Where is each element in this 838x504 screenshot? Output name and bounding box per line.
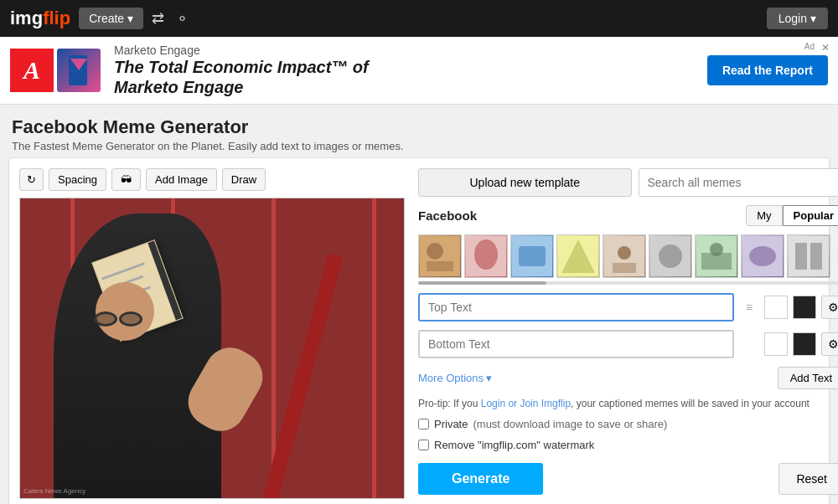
shuffle-icon[interactable]: ⇄ [152,9,164,28]
svg-rect-22 [789,236,829,276]
photo-caption: Caters News Agency [23,487,85,495]
more-options-link[interactable]: More Options ▾ [418,372,492,384]
search-icon[interactable]: ⚬ [176,9,189,28]
template-thumbnails: › [418,234,838,278]
search-memes-input[interactable] [639,168,839,197]
page-header: Facebook Meme Generator The Fastest Meme… [0,105,838,157]
draw-label: Draw [231,173,256,186]
bottom-text-input[interactable] [418,330,734,358]
private-label: Private [434,418,468,430]
reset-button[interactable]: Reset [779,463,838,495]
svg-rect-14 [613,263,636,273]
refresh-icon: ↻ [27,173,36,186]
watermark-label: Remove "imgflip.com" watermark [434,439,594,451]
watermark-checkbox-row: Remove "imgflip.com" watermark [418,439,838,451]
add-text-button[interactable]: Add Text [778,367,838,389]
site-logo: imgflip [10,8,70,29]
svg-point-16 [659,244,682,268]
ad-label: Ad [804,42,815,51]
ad-banner: Ad ✕ A Marketo Engage The Total Economic… [0,37,838,105]
font-icon: ≡ [739,301,759,314]
top-text-row: ≡ ⚙ [418,293,838,321]
tab-buttons: My Popular [746,205,838,226]
ad-logos: A [10,49,101,92]
bottom-text-row: ⚙ [418,330,838,358]
adobe-logo: A [10,49,54,92]
bottom-text-settings-button[interactable]: ⚙ [821,332,838,356]
svg-rect-2 [69,79,87,85]
svg-rect-5 [427,261,453,271]
left-panel: ↻ Spacing 🕶 Add Image Draw [19,168,405,499]
options-row: More Options ▾ Add Text [418,367,838,389]
upload-search-row: Upload new template [418,168,838,197]
ad-close-button[interactable]: ✕ [821,42,830,54]
bottom-text-color-white[interactable] [764,332,788,356]
tab-row: Facebook My Popular [418,205,838,226]
svg-point-7 [474,239,498,270]
svg-point-4 [427,243,443,260]
marketo-logo [57,49,101,92]
ad-brand: Marketo Engage [114,44,707,57]
toolbar: ↻ Spacing 🕶 Add Image Draw [19,168,405,191]
meme-image-container: Caters News Agency [19,198,405,499]
right-panel: Upload new template Facebook My Popular [418,168,838,499]
my-tab-button[interactable]: My [746,205,782,226]
popular-tab-button[interactable]: Popular [783,205,838,226]
chevron-down-icon: ▾ [486,372,492,384]
spacing-label: Spacing [58,173,97,186]
main-content: ↻ Spacing 🕶 Add Image Draw [8,157,830,504]
chevron-down-icon: ▾ [810,12,816,25]
template-thumb-1[interactable] [418,234,462,278]
add-image-button[interactable]: Add Image [146,168,217,191]
template-thumb-6[interactable] [649,234,692,278]
section-label: Facebook [418,208,477,223]
ad-text: Marketo Engage The Total Economic Impact… [114,44,707,97]
watermark-checkbox[interactable] [418,440,429,450]
private-checkbox[interactable] [418,419,429,429]
ad-headline: The Total Economic Impact™ ofMarketo Eng… [114,57,707,97]
private-checkbox-row: Private (must download image to save or … [418,418,838,430]
draw-button[interactable]: Draw [222,168,266,191]
svg-rect-9 [519,246,546,266]
template-thumb-7[interactable] [695,234,738,278]
svg-rect-23 [795,243,807,270]
more-options-label: More Options [418,372,484,384]
template-thumb-4[interactable] [556,234,600,278]
thumbnails-scroll-indicator[interactable]: › [833,234,838,278]
page-subtitle: The Fastest Meme Generator on the Planet… [12,140,826,152]
svg-point-19 [710,243,723,256]
glasses-button[interactable]: 🕶 [111,168,141,191]
spacing-button[interactable]: Spacing [49,168,106,191]
login-label: Login [779,12,807,25]
template-thumb-8[interactable] [741,234,784,278]
login-button[interactable]: Login ▾ [767,8,828,29]
refresh-button[interactable]: ↻ [19,168,44,191]
create-button[interactable]: Create ▾ [79,8,143,29]
gear-icon-2: ⚙ [828,337,839,351]
private-note: (must download image to save or share) [473,418,667,430]
add-image-label: Add Image [155,173,208,186]
create-label: Create [89,12,124,25]
top-text-input[interactable] [418,293,734,321]
template-thumb-3[interactable] [510,234,554,278]
top-text-settings-button[interactable]: ⚙ [821,296,838,319]
bottom-text-color-black[interactable] [793,332,816,356]
glasses-icon: 🕶 [121,173,132,186]
nav-icons: ⇄ ⚬ [152,9,189,28]
pro-tip: Pro-tip: If you Login or Join Imgflip, y… [418,398,838,409]
template-thumb-5[interactable] [603,234,646,278]
ad-cta-button[interactable]: Read the Report [707,55,828,85]
svg-point-13 [618,246,631,260]
login-link[interactable]: Login or Join Imgflip [481,398,571,409]
top-text-color-black[interactable] [793,296,816,319]
svg-point-21 [749,246,776,266]
upload-template-button[interactable]: Upload new template [418,168,632,197]
thumbnail-scroll-bar [418,281,838,285]
svg-rect-24 [810,243,822,270]
template-thumb-9[interactable] [787,234,830,278]
generate-button[interactable]: Generate [418,463,543,495]
top-nav: imgflip Create ▾ ⇄ ⚬ Login ▾ [0,0,838,37]
chevron-down-icon: ▾ [127,12,133,25]
top-text-color-white[interactable] [764,296,788,319]
template-thumb-2[interactable] [464,234,508,278]
